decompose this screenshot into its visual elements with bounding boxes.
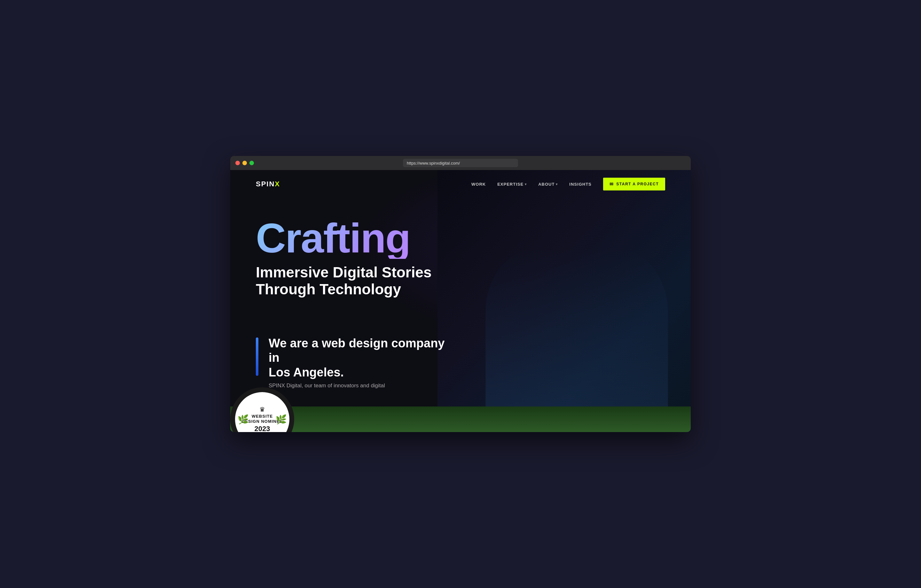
- hero-section: Crafting Immersive Digital Stories Throu…: [230, 198, 691, 310]
- about-body: SPINX Digital, our team of innovators an…: [268, 383, 448, 389]
- chevron-down-icon: ▾: [556, 182, 558, 186]
- about-text: We are a web design company in Los Angel…: [268, 336, 454, 389]
- award-badge-inner: 🌿 ♛ WEBSITE DESIGN NOMINEE 2023 🌿: [235, 392, 290, 432]
- address-bar[interactable]: https://www.spinxdigital.com/: [403, 159, 518, 167]
- nav-link-insights[interactable]: INSIGHTS: [569, 182, 591, 187]
- browser-window: https://www.spinxdigital.com/ SPINX WORK…: [230, 156, 691, 432]
- nav-link-about[interactable]: ABOUT ▾: [538, 182, 558, 187]
- crown-icon: ♛: [259, 406, 265, 413]
- award-badge-container: 🌿 ♛ WEBSITE DESIGN NOMINEE 2023 🌿: [230, 387, 294, 432]
- hero-subtitle: Immersive Digital Stories Through Techno…: [256, 264, 473, 298]
- hero-title: Crafting: [256, 217, 665, 259]
- laurel-right-icon: 🌿: [276, 414, 287, 425]
- badge-year: 2023: [255, 425, 270, 432]
- maximize-button[interactable]: [249, 161, 254, 165]
- minimize-button[interactable]: [242, 161, 247, 165]
- nav-link-expertise[interactable]: EXPERTISE ▾: [497, 182, 527, 187]
- url-text: https://www.spinxdigital.com/: [407, 161, 460, 166]
- nav-links: WORK EXPERTISE ▾ ABOUT ▾ INSIGHTS ✉ STAR…: [471, 178, 665, 190]
- email-icon: ✉: [610, 182, 614, 187]
- close-button[interactable]: [235, 161, 240, 165]
- award-badge-outer: 🌿 ♛ WEBSITE DESIGN NOMINEE 2023 🌿: [230, 387, 294, 432]
- site-content: SPINX WORK EXPERTISE ▾ ABOUT ▾ INSIGHTS: [230, 170, 691, 432]
- navigation: SPINX WORK EXPERTISE ▾ ABOUT ▾ INSIGHTS: [230, 170, 691, 198]
- blue-accent-bar: [256, 338, 259, 376]
- ground-element: [230, 406, 691, 432]
- about-section: We are a web design company in Los Angel…: [230, 310, 691, 402]
- logo[interactable]: SPINX: [256, 180, 280, 188]
- start-project-button[interactable]: ✉ START A PROJECT: [603, 178, 665, 190]
- about-content: We are a web design company in Los Angel…: [256, 336, 665, 389]
- browser-titlebar: https://www.spinxdigital.com/: [230, 156, 691, 170]
- laurel-left-icon: 🌿: [238, 414, 249, 425]
- logo-x: X: [275, 180, 280, 188]
- chevron-down-icon: ▾: [525, 182, 527, 186]
- nav-link-work[interactable]: WORK: [471, 182, 486, 187]
- about-heading: We are a web design company in Los Angel…: [268, 336, 454, 380]
